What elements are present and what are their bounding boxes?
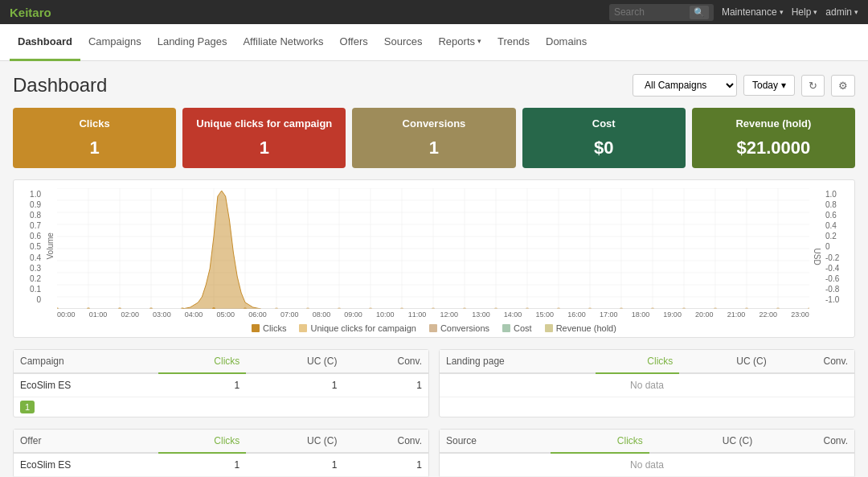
campaign-select[interactable]: All Campaigns (633, 74, 737, 97)
landing-table: Landing page Clicks UC (C) Conv. No data (439, 349, 855, 417)
svg-point-48 (432, 307, 435, 309)
pagination-bar: 1 (14, 397, 428, 417)
period-button[interactable]: Today ▾ (743, 75, 795, 96)
metric-unique-label: Unique clicks for campaign (190, 117, 338, 130)
settings-button[interactable]: ⚙ (831, 75, 855, 97)
col-clicks-offer: Clicks (158, 430, 246, 453)
nav-landing-pages[interactable]: Landing Pages (149, 24, 235, 61)
campaign-table: Campaign Clicks UC (C) Conv. EcoSlim ES … (13, 349, 429, 417)
svg-marker-34 (182, 191, 261, 309)
metric-conversions: Conversions 1 (352, 108, 515, 168)
tables-row-1: Campaign Clicks UC (C) Conv. EcoSlim ES … (13, 349, 855, 417)
tables-row-2: Offer Clicks UC (C) Conv. EcoSlim ES 1 1… (13, 429, 855, 477)
chart-container: 1.0 0.9 0.8 0.7 0.6 0.5 0.4 0.3 0.2 0.1 … (13, 179, 855, 338)
metric-cost-value: $0 (530, 138, 678, 158)
refresh-button[interactable]: ↻ (801, 75, 825, 97)
admin-button[interactable]: admin ▾ (825, 6, 858, 18)
dashboard-controls: All Campaigns Today ▾ ↻ ⚙ (633, 74, 855, 97)
chevron-down-icon: ▾ (781, 80, 786, 91)
svg-point-44 (306, 307, 309, 309)
legend-unique: Unique clicks for campaign (299, 323, 416, 333)
svg-point-56 (682, 307, 686, 309)
no-data-row: No data (440, 453, 854, 477)
help-button[interactable]: Help ▾ (792, 6, 818, 18)
chart-area: 00:00 01:00 02:00 03:00 04:00 05:00 06:0… (57, 188, 809, 319)
svg-point-36 (57, 307, 59, 309)
svg-point-50 (494, 307, 497, 309)
campaign-uc: 1 (246, 373, 343, 397)
metric-conversions-value: 1 (360, 138, 507, 158)
y-axis-left: 1.0 0.9 0.8 0.7 0.6 0.5 0.4 0.3 0.2 0.1 … (22, 188, 44, 319)
search-input[interactable] (614, 6, 686, 18)
svg-point-54 (620, 307, 623, 309)
y-axis-left-title: Volume (46, 248, 55, 259)
col-landing: Landing page (440, 350, 596, 373)
nav-affiliate-networks[interactable]: Affiliate Networks (235, 24, 331, 61)
nav-domains[interactable]: Domains (538, 24, 595, 61)
metric-cost-label: Cost (530, 117, 678, 130)
offer-uc: 1 (246, 453, 343, 477)
svg-point-45 (338, 307, 341, 309)
topbar: Keitaro 🔍 Maintenance ▾ Help ▾ admin ▾ (0, 0, 868, 24)
svg-point-43 (275, 307, 278, 309)
svg-point-59 (776, 307, 780, 309)
svg-point-51 (526, 307, 529, 309)
svg-point-60 (808, 307, 809, 309)
nav-offers[interactable]: Offers (332, 24, 376, 61)
col-campaign: Campaign (14, 350, 158, 373)
chevron-down-icon: ▾ (477, 37, 481, 45)
nav-dashboard[interactable]: Dashboard (10, 24, 80, 61)
legend-revenue-dot (545, 324, 553, 332)
offer-table: Offer Clicks UC (C) Conv. EcoSlim ES 1 1… (13, 429, 429, 477)
nav-sources[interactable]: Sources (376, 24, 431, 61)
svg-point-39 (149, 307, 153, 309)
svg-point-46 (369, 307, 372, 309)
metric-unique: Unique clicks for campaign 1 (182, 108, 346, 168)
svg-point-47 (400, 307, 403, 309)
metric-revenue-label: Revenue (hold) (700, 117, 847, 130)
chart-svg (57, 188, 809, 309)
nav-campaigns[interactable]: Campaigns (80, 24, 149, 61)
source-table: Source Clicks UC (C) Conv. No data (439, 429, 855, 477)
col-conv-src: Conv. (759, 430, 854, 453)
offer-name: EcoSlim ES (14, 453, 158, 477)
svg-point-37 (87, 307, 90, 309)
chevron-down-icon: ▾ (813, 8, 817, 16)
table-row: EcoSlim ES 1 1 1 (14, 453, 428, 477)
chart-legend: Clicks Unique clicks for campaign Conver… (22, 323, 846, 333)
nav-reports[interactable]: Reports ▾ (430, 24, 489, 61)
col-uc-lp: UC (C) (679, 350, 772, 373)
svg-point-40 (181, 307, 184, 309)
navbar: Dashboard Campaigns Landing Pages Affili… (0, 24, 868, 61)
metric-revenue: Revenue (hold) $21.0000 (692, 108, 855, 168)
search-button[interactable]: 🔍 (690, 6, 709, 19)
col-uc: UC (C) (246, 350, 343, 373)
x-axis-labels: 00:00 01:00 02:00 03:00 04:00 05:00 06:0… (57, 310, 809, 319)
svg-point-38 (118, 307, 121, 309)
offer-conv: 1 (343, 453, 428, 477)
metric-clicks-value: 1 (21, 138, 168, 158)
campaign-name: EcoSlim ES (14, 373, 158, 397)
col-clicks-lp: Clicks (596, 350, 680, 373)
maintenance-button[interactable]: Maintenance ▾ (722, 6, 784, 18)
svg-point-49 (463, 307, 466, 309)
chevron-down-icon: ▾ (854, 8, 858, 16)
y-axis-right-title: USD (813, 248, 821, 259)
pagination-badge[interactable]: 1 (20, 401, 35, 413)
legend-conversions-dot (429, 324, 437, 332)
y-axis-right: 1.0 0.8 0.6 0.4 0.2 0 -0.2 -0.4 -0.6 -0.… (822, 188, 846, 319)
legend-unique-dot (299, 324, 307, 332)
campaign-conv: 1 (343, 373, 428, 397)
legend-conversions: Conversions (429, 323, 489, 333)
table-row: EcoSlim ES 1 1 1 (14, 373, 428, 397)
col-conv-lp: Conv. (773, 350, 854, 373)
svg-point-53 (588, 307, 592, 309)
col-conv-offer: Conv. (343, 430, 428, 453)
metric-clicks-label: Clicks (21, 117, 168, 130)
svg-point-58 (745, 307, 748, 309)
page-content: Dashboard All Campaigns Today ▾ ↻ ⚙ Clic… (0, 61, 868, 477)
page-title: Dashboard (13, 74, 107, 97)
legend-clicks: Clicks (252, 323, 286, 333)
campaign-clicks: 1 (158, 373, 246, 397)
nav-trends[interactable]: Trends (489, 24, 538, 61)
